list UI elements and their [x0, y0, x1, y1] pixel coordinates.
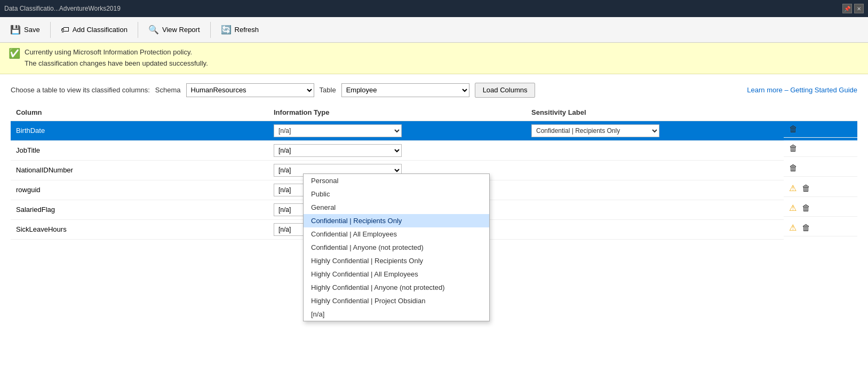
pin-button[interactable]: 📌 — [842, 4, 852, 13]
toolbar-separator-3 — [210, 22, 211, 38]
view-report-button[interactable]: 🔍 View Report — [142, 20, 206, 40]
delete-icon[interactable]: 🗑 — [802, 203, 810, 213]
table-label: Table — [320, 86, 336, 94]
warning-icon: ⚠ — [789, 183, 797, 193]
schema-select[interactable]: HumanResources — [186, 83, 314, 97]
success-banner: ✅ Currently using Microsoft Information … — [0, 43, 868, 74]
close-button[interactable]: ✕ — [854, 4, 864, 13]
sensitivity-cell[interactable] — [526, 140, 784, 160]
data-table-container: Column Information Type Sensitivity Labe… — [0, 104, 868, 355]
info-type-cell[interactable]: [n/a] — [268, 121, 526, 140]
table-header-row: Column Information Type Sensitivity Labe… — [11, 104, 857, 121]
dropdown-option[interactable]: Highly Confidential | Recipients Only — [304, 254, 489, 267]
dropdown-option[interactable]: General — [304, 201, 489, 214]
success-line2: The classification changes have been upd… — [25, 58, 208, 69]
success-text: Currently using Microsoft Information Pr… — [25, 47, 208, 69]
table-row[interactable]: BirthDate[n/a]Confidential | Recipients … — [11, 121, 857, 140]
warning-icon: ⚠ — [789, 203, 797, 213]
actions-cell: 🗑 — [784, 140, 857, 157]
dropdown-option[interactable]: [n/a] — [304, 307, 489, 321]
refresh-label: Refresh — [235, 26, 259, 34]
actions-header — [784, 104, 857, 121]
add-classification-button[interactable]: 🏷 Add Classification — [55, 20, 133, 40]
table-row[interactable]: JobTitle[n/a]🗑 — [11, 140, 857, 160]
actions-cell: ⚠🗑 — [784, 200, 857, 217]
sensitivity-select[interactable]: Confidential | Recipients Only — [531, 124, 659, 137]
table-selector-left: Choose a table to view its classified co… — [11, 83, 535, 98]
sensitivity-cell[interactable] — [526, 219, 784, 239]
delete-icon[interactable]: 🗑 — [802, 184, 810, 193]
sensitivity-cell[interactable]: Confidential | Recipients Only — [526, 121, 784, 140]
table-selector-prompt: Choose a table to view its classified co… — [11, 86, 150, 94]
toolbar: 💾 Save 🏷 Add Classification 🔍 View Repor… — [0, 17, 868, 43]
main-content: ✅ Currently using Microsoft Information … — [0, 43, 868, 379]
sensitivity-cell[interactable] — [526, 200, 784, 219]
dropdown-option[interactable]: Public — [304, 187, 489, 201]
column-name-cell: SickLeaveHours — [11, 219, 268, 239]
view-report-icon: 🔍 — [148, 25, 159, 35]
table-selector: Choose a table to view its classified co… — [0, 74, 868, 104]
save-button[interactable]: 💾 Save — [4, 20, 46, 40]
column-name-cell: JobTitle — [11, 140, 268, 160]
actions-cell: ⚠🗑 — [784, 219, 857, 236]
info-type-cell[interactable]: [n/a] — [268, 140, 526, 160]
dropdown-option[interactable]: Confidential | Anyone (not protected) — [304, 241, 489, 254]
info-type-select[interactable]: [n/a] — [274, 144, 402, 157]
dropdown-option[interactable]: Confidential | Recipients Only — [304, 214, 489, 227]
info-type-select[interactable]: [n/a] — [274, 124, 402, 137]
actions-cell: ⚠🗑 — [784, 180, 857, 197]
refresh-icon: 🔄 — [221, 25, 232, 35]
delete-icon[interactable]: 🗑 — [802, 223, 810, 233]
add-classification-icon: 🏷 — [61, 25, 69, 35]
title-bar-controls: 📌 ✕ — [842, 4, 864, 13]
sensitivity-dropdown[interactable]: PersonalPublicGeneralConfidential | Reci… — [303, 173, 490, 321]
dropdown-option[interactable]: Personal — [304, 174, 489, 187]
view-report-label: View Report — [162, 26, 200, 34]
save-icon: 💾 — [10, 25, 21, 35]
delete-icon[interactable]: 🗑 — [789, 144, 798, 153]
toolbar-separator-2 — [138, 22, 138, 38]
column-name-cell: rowguid — [11, 180, 268, 200]
success-icon: ✅ — [9, 48, 20, 59]
warning-icon: ⚠ — [789, 223, 797, 233]
load-columns-button[interactable]: Load Columns — [475, 83, 536, 98]
dropdown-option[interactable]: Highly Confidential | Anyone (not protec… — [304, 281, 489, 294]
save-label: Save — [24, 26, 40, 34]
actions-cell: 🗑 — [784, 160, 857, 177]
actions-cell: 🗑 — [784, 121, 857, 138]
sensitivity-cell[interactable] — [526, 160, 784, 180]
column-name-cell: SalariedFlag — [11, 200, 268, 219]
refresh-button[interactable]: 🔄 Refresh — [215, 20, 265, 40]
column-name-cell: BirthDate — [11, 121, 268, 140]
schema-label: Schema — [155, 86, 181, 94]
dropdown-option[interactable]: Highly Confidential | All Employees — [304, 267, 489, 281]
info-type-header: Information Type — [268, 104, 526, 121]
delete-icon[interactable]: 🗑 — [789, 163, 798, 173]
delete-icon[interactable]: 🗑 — [789, 124, 798, 134]
title-bar-text: Data Classificatio...AdventureWorks2019 — [4, 5, 842, 12]
sensitivity-cell[interactable] — [526, 180, 784, 200]
dropdown-option[interactable]: Confidential | All Employees — [304, 227, 489, 241]
column-name-cell: NationalIDNumber — [11, 160, 268, 180]
success-line1: Currently using Microsoft Information Pr… — [25, 47, 208, 58]
column-header: Column — [11, 104, 268, 121]
table-select[interactable]: Employee — [341, 83, 469, 97]
dropdown-option[interactable]: Highly Confidential | Project Obsidian — [304, 294, 489, 307]
title-bar: Data Classificatio...AdventureWorks2019 … — [0, 0, 868, 17]
add-classification-label: Add Classification — [73, 26, 128, 34]
toolbar-separator-1 — [50, 22, 51, 38]
learn-more-link[interactable]: Learn more – Getting Started Guide — [747, 86, 857, 94]
sensitivity-header: Sensitivity Label — [526, 104, 784, 121]
